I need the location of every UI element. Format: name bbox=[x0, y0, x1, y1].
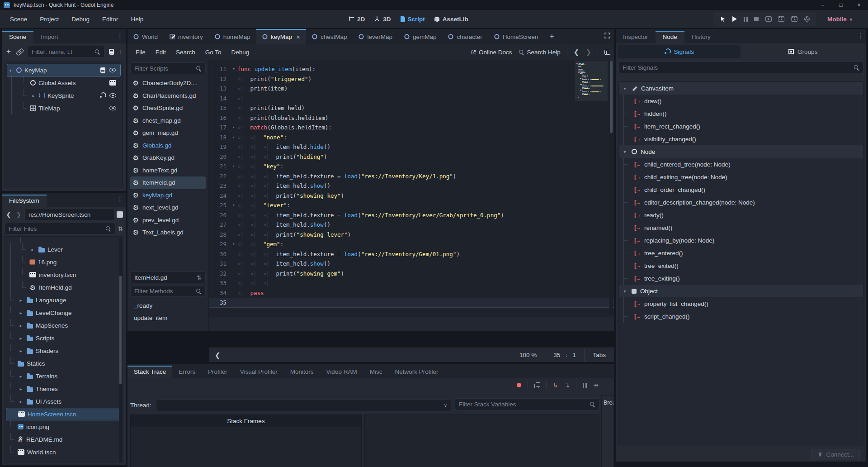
code-scrollbar[interactable] bbox=[609, 61, 613, 315]
code-line[interactable]: 21▾»|»|"key": bbox=[209, 162, 614, 172]
code-line[interactable]: 16»|print(Globals.heldItem) bbox=[209, 113, 614, 123]
code-editor[interactable]: 11▾func update_item(item):12»|print("tri… bbox=[209, 60, 614, 317]
scene-tab-homescreen[interactable]: HomeScreen bbox=[488, 29, 544, 44]
fold-arrow-icon[interactable]: ▾ bbox=[230, 133, 237, 143]
signal-row[interactable]: item_rect_changed() bbox=[619, 120, 863, 133]
file-tree-item[interactable]: ▸UI Assets bbox=[6, 395, 122, 408]
collapse-scripts-panel-button[interactable]: ❮ bbox=[209, 351, 226, 359]
debugger-tab-profiler[interactable]: Profiler bbox=[202, 366, 234, 378]
pause-icon[interactable] bbox=[744, 17, 748, 22]
scene-tab-keymap[interactable]: keyMap× bbox=[256, 29, 306, 44]
expand-arrow-icon[interactable]: ▸ bbox=[18, 386, 24, 391]
expand-arrow-icon[interactable]: ▸ bbox=[18, 348, 24, 353]
script-list-item[interactable]: ItemHeld.gd bbox=[130, 176, 206, 189]
scene-tab-levermap[interactable]: leverMap bbox=[353, 29, 398, 44]
tab-history[interactable]: History bbox=[684, 31, 718, 43]
tab-import[interactable]: Import bbox=[33, 31, 65, 43]
debugger-tab-video-ram[interactable]: Video RAM bbox=[320, 366, 363, 378]
sort-files-button[interactable] bbox=[118, 225, 123, 232]
segment-signals[interactable]: Signals bbox=[618, 45, 741, 58]
code-line[interactable]: 24»|»|»|print("showing key") bbox=[209, 191, 614, 201]
file-tree-item[interactable]: ▸Themes bbox=[6, 382, 122, 395]
signal-row[interactable]: tree_entered() bbox=[619, 247, 863, 259]
script-list-item[interactable]: prev_level.gd bbox=[130, 214, 206, 227]
fold-arrow-icon[interactable]: ▾ bbox=[230, 200, 237, 210]
script-menu-file[interactable]: File bbox=[131, 47, 150, 57]
path-input[interactable]: res://HomeScreen.tscn bbox=[24, 209, 115, 220]
switch-script[interactable]: Script bbox=[400, 16, 425, 23]
script-list-item[interactable]: chest_map.gd bbox=[130, 114, 206, 127]
add-node-button[interactable] bbox=[5, 48, 12, 55]
file-tree-item[interactable]: ▸Lever bbox=[6, 243, 122, 256]
method-list-item[interactable]: _ready bbox=[130, 300, 206, 312]
scene-tree-item[interactable]: ▾KeyMap bbox=[7, 64, 121, 76]
file-tree-item[interactable]: ▸Scripts bbox=[6, 332, 122, 344]
file-tree-item[interactable]: Statics bbox=[6, 357, 122, 370]
file-tree-item[interactable]: HomeScreen.tscn bbox=[6, 408, 122, 420]
scene-tab-character[interactable]: character bbox=[442, 29, 488, 44]
debug-pause-button[interactable] bbox=[583, 383, 587, 388]
signal-row[interactable]: visibility_changed() bbox=[619, 133, 863, 145]
code-line[interactable]: 20»|»|»|print("hiding") bbox=[209, 152, 614, 162]
code-line[interactable]: 26»|»|»|item_held.texture = load("res://… bbox=[209, 210, 614, 220]
code-line[interactable]: 13»|print(item) bbox=[209, 84, 614, 94]
signal-row[interactable]: tree_exiting() bbox=[619, 272, 863, 285]
history-forward-button[interactable]: ❯ bbox=[585, 48, 591, 56]
movie-maker-icon[interactable] bbox=[804, 16, 810, 22]
switch-assetlib[interactable]: AssetLib bbox=[434, 16, 468, 23]
code-line[interactable]: 17▾»|match(Globals.heldItem): bbox=[209, 123, 614, 133]
script-list-item[interactable]: CharPlacements.gd bbox=[130, 90, 206, 102]
eye-icon[interactable] bbox=[109, 68, 116, 72]
code-minimap[interactable] bbox=[575, 61, 608, 101]
collapse-arrow-icon[interactable]: ▾ bbox=[622, 289, 628, 294]
debugger-tab-stack-trace[interactable]: Stack Trace bbox=[127, 366, 172, 378]
toggle-split-button[interactable] bbox=[117, 211, 123, 218]
scene-tree-item[interactable]: ▸KeySprite bbox=[7, 89, 121, 102]
switch-2d[interactable]: 2D bbox=[348, 16, 365, 23]
signal-row[interactable]: tree_exited() bbox=[619, 259, 863, 272]
method-list-item[interactable]: update_item bbox=[130, 312, 206, 324]
code-line[interactable]: 30»|»|»|item_held.texture = load("res://… bbox=[209, 249, 614, 259]
maximize-button[interactable]: □ bbox=[832, 0, 850, 10]
eye-icon[interactable] bbox=[109, 106, 116, 110]
indent-mode[interactable]: Tabs bbox=[584, 348, 614, 362]
code-line[interactable]: 35 bbox=[209, 298, 614, 308]
code-line[interactable]: 19»|»|»|item_held.hide() bbox=[209, 142, 614, 152]
script-list-item[interactable]: ChestSprite.gd bbox=[130, 102, 206, 114]
attach-script-button[interactable] bbox=[109, 49, 114, 55]
signal-row[interactable]: renamed() bbox=[619, 221, 863, 234]
tab-menu-button[interactable]: ⋮ bbox=[858, 32, 864, 39]
menu-help[interactable]: Help bbox=[125, 14, 149, 24]
step-into-button[interactable]: ↳ bbox=[553, 381, 558, 389]
code-line[interactable]: 23»|»|»|item_held.show() bbox=[209, 181, 614, 191]
code-line[interactable]: 15»|print(item_held) bbox=[209, 103, 614, 113]
code-line[interactable]: 14»| bbox=[209, 94, 614, 104]
script-menu-search[interactable]: Search bbox=[171, 47, 200, 57]
signal-row[interactable]: child_order_changed() bbox=[619, 183, 863, 196]
step-over-button[interactable]: ↴ bbox=[565, 381, 570, 389]
file-tree-item[interactable]: ▸Langauage bbox=[6, 294, 122, 306]
code-line[interactable]: 22»|»|»|item_held.texture = load("res://… bbox=[209, 172, 614, 181]
break-button[interactable] bbox=[517, 383, 521, 387]
expand-arrow-icon[interactable]: ▸ bbox=[18, 336, 24, 341]
code-line[interactable]: 27»|»|»|item_held.show() bbox=[209, 220, 614, 230]
thread-dropdown[interactable]: ∨ bbox=[156, 399, 451, 411]
script-list-item[interactable]: keyMap.gd bbox=[130, 189, 206, 202]
tab-menu-button[interactable]: ⋮ bbox=[117, 196, 123, 203]
filter-stack-variables-input[interactable]: Filter Stack Variables bbox=[455, 398, 599, 410]
tool-cursor-icon[interactable] bbox=[720, 16, 726, 22]
file-tree-item[interactable]: ItemHeld.gd bbox=[6, 281, 122, 294]
signal-row[interactable]: child_entered_tree(node: Node) bbox=[619, 158, 863, 171]
file-tree-item[interactable]: ▸MapScenes bbox=[6, 319, 122, 332]
fold-arrow-icon[interactable]: ▾ bbox=[230, 64, 237, 74]
signal-class-header[interactable]: ▾Object bbox=[619, 285, 863, 297]
expand-arrow-icon[interactable]: ▸ bbox=[18, 323, 24, 328]
file-tree-item[interactable]: ▸LevelChange bbox=[6, 306, 122, 319]
distraction-free-mode-button[interactable] bbox=[604, 33, 610, 38]
code-line[interactable]: 25▾»|»|"lever": bbox=[209, 200, 614, 210]
fold-arrow-icon[interactable]: ▾ bbox=[230, 123, 237, 133]
scene-tab-homemap[interactable]: homeMap bbox=[209, 29, 256, 44]
expand-arrow-icon[interactable]: ▸ bbox=[30, 93, 37, 98]
file-tree-item[interactable]: ▸Shaders bbox=[6, 344, 122, 357]
scene-menu-button[interactable] bbox=[118, 48, 122, 55]
